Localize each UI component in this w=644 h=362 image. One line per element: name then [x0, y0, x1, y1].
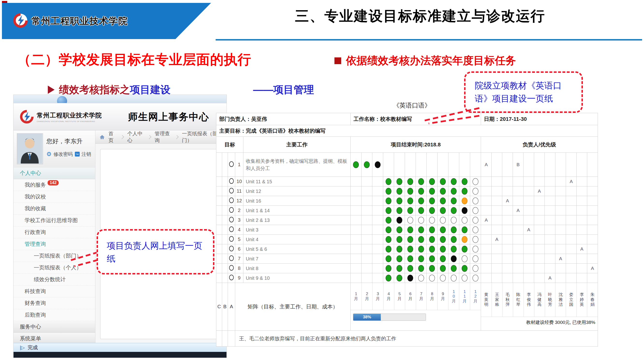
- priority-radio[interactable]: [229, 178, 234, 184]
- priority-radio[interactable]: [229, 275, 234, 280]
- priority-radio[interactable]: [229, 161, 234, 167]
- breadcrumb-item[interactable]: 一页纸报表（部门）: [182, 130, 220, 144]
- work-cell: Unit 11 & 15: [244, 177, 350, 186]
- owner-cell: [492, 206, 502, 215]
- owner-cell: [545, 186, 556, 196]
- month-dot-cell: [470, 225, 481, 235]
- month-dot-cell: [383, 225, 394, 235]
- status-dot-green: [429, 207, 435, 214]
- month-dot-cell: [394, 273, 405, 283]
- month-dot-cell: [448, 225, 459, 235]
- month-dot-cell: [416, 264, 427, 273]
- month-dot-cell: [362, 225, 372, 235]
- change-password-link[interactable]: 修改密码: [54, 151, 73, 158]
- status-dot-green: [418, 236, 424, 243]
- report-row: 12Unit 16A: [216, 196, 598, 206]
- status-dot-green: [386, 178, 392, 185]
- status-dot-green: [386, 207, 392, 214]
- owner-cell: [524, 244, 534, 254]
- sidebar-item-我的服务[interactable]: 我的服务142: [14, 179, 95, 191]
- sidebar: 您好，李东升 ⚙ 修改密码 ↪ 注销 个人中心我的服务142我的议校我的收藏学校…: [14, 131, 96, 343]
- priority-cell-c: [216, 244, 222, 254]
- status-dot-green: [386, 255, 392, 262]
- person-name: 沈雅洁: [555, 283, 566, 317]
- note-spacer: [222, 331, 228, 347]
- priority-cell-b: [222, 206, 228, 215]
- month-grid: 1月2月3月4月5月6月7月8月9月10月11月12月: [350, 283, 481, 310]
- status-dot-empty: [407, 217, 413, 224]
- home-icon[interactable]: [100, 134, 104, 140]
- month-dot-cell: [459, 273, 470, 283]
- priority-radio[interactable]: [229, 197, 234, 203]
- priority-radio[interactable]: [229, 207, 234, 213]
- row-number: 9: [235, 273, 244, 283]
- owner-cell: [545, 225, 556, 235]
- month-dot-cell: [459, 215, 470, 225]
- month-dot-cell: [448, 196, 459, 206]
- month-label: 7月: [416, 283, 427, 310]
- priority-radio[interactable]: [229, 217, 234, 222]
- month-dot-cell: [383, 254, 394, 264]
- owner-cell: [492, 215, 502, 225]
- sidebar-item-服务中心[interactable]: 服务中心: [14, 321, 95, 333]
- breadcrumb-item[interactable]: 首页: [108, 130, 117, 144]
- priority-radio[interactable]: [229, 246, 234, 251]
- priority-letter-b: B: [222, 283, 228, 331]
- status-dot-green: [418, 207, 424, 214]
- sidebar-item-学校工作运行思维导图[interactable]: 学校工作运行思维导图: [14, 215, 95, 226]
- month-dot-cell: [448, 177, 459, 186]
- owner-cell: [587, 153, 598, 177]
- section-heading: （二）学校发展目标在专业层面的执行: [18, 51, 251, 69]
- priority-radio[interactable]: [229, 226, 234, 232]
- priority-radio[interactable]: [229, 255, 234, 261]
- status-dot-green: [462, 188, 468, 195]
- report-row: 6Unit 5 & 6A: [216, 244, 598, 254]
- owner-cell: [492, 177, 502, 186]
- row-number: 11: [235, 186, 244, 196]
- sidebar-item-财务查询[interactable]: 财务查询: [14, 297, 95, 309]
- owner-cell: [566, 215, 577, 225]
- owner-cell: [481, 273, 492, 283]
- priority-radio[interactable]: [229, 265, 234, 271]
- month-dot-cell: [405, 186, 416, 196]
- progress-bar: 38%: [353, 314, 426, 321]
- month-dot-cell: [416, 215, 427, 225]
- sidebar-item-个人中心[interactable]: 个人中心: [14, 167, 95, 179]
- owner-cell: [534, 244, 545, 254]
- priority-cell-a: [228, 273, 235, 283]
- sidebar-item-我的议校[interactable]: 我的议校: [14, 191, 95, 203]
- owner-cell: [556, 206, 566, 215]
- owner-cell: [524, 235, 534, 244]
- month-dot-cell: [372, 153, 383, 177]
- priority-radio[interactable]: [229, 188, 234, 193]
- status-dot-green: [440, 197, 446, 204]
- logout-link[interactable]: 注销: [82, 151, 91, 158]
- browser-orb-icon[interactable]: [57, 96, 67, 103]
- sidebar-item-label: 我的服务: [25, 181, 46, 188]
- month-label: 4月: [383, 283, 394, 310]
- status-dot-green: [353, 161, 359, 168]
- priority-radio[interactable]: [229, 236, 234, 242]
- month-dot-cell: [405, 196, 416, 206]
- sidebar-item-行政查询[interactable]: 行政查询: [14, 226, 95, 238]
- sidebar-item-我的收藏[interactable]: 我的收藏: [14, 203, 95, 215]
- sidebar-item-绩效分数统计[interactable]: 绩效分数统计: [14, 274, 95, 286]
- month-dot-cell: [405, 206, 416, 215]
- month-dot-cell: [416, 225, 427, 235]
- sidebar-item-系统菜单[interactable]: 系统菜单: [14, 333, 95, 343]
- breadcrumb-item[interactable]: 个人中心: [127, 130, 144, 144]
- breadcrumb-item[interactable]: 管理查询: [154, 130, 172, 144]
- status-dot-green: [386, 226, 392, 233]
- sidebar-item-科技查询[interactable]: 科技查询: [14, 286, 95, 297]
- owner-cell: [577, 153, 587, 177]
- month-dot-cell: [416, 186, 427, 196]
- month-dot-cell: [427, 215, 438, 225]
- owner-cell: [481, 264, 492, 273]
- month-dot-cell: [383, 177, 394, 186]
- owner-cell: [577, 196, 587, 206]
- browser-topband: [14, 95, 226, 103]
- owner-cell: [534, 254, 545, 264]
- status-dot-green: [396, 236, 402, 243]
- month-dot-cell: [394, 254, 405, 264]
- sidebar-item-后勤查询[interactable]: 后勤查询: [14, 309, 95, 321]
